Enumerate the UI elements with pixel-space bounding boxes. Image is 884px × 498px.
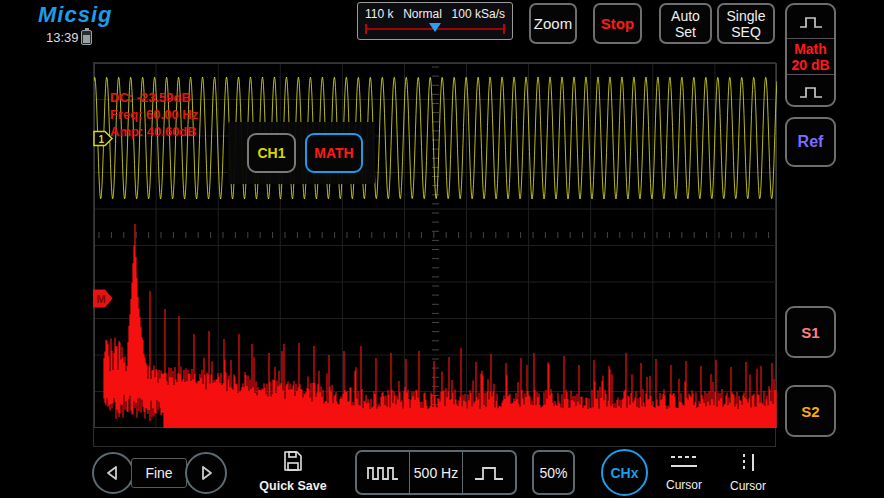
math-marker-label: M xyxy=(97,293,106,305)
trigger-level-button[interactable]: 50% xyxy=(532,450,575,495)
math-position-marker[interactable]: M xyxy=(93,289,114,308)
pulse-icon xyxy=(796,83,826,101)
s1-button[interactable]: S1 xyxy=(785,306,836,358)
measurement-dc: DC: -23.59dB xyxy=(110,89,198,106)
floppy-disk-icon xyxy=(281,449,305,473)
chx-button[interactable]: CHx xyxy=(601,449,648,496)
ch1-select-button[interactable]: CH1 xyxy=(247,133,296,173)
trigger-mode: Normal xyxy=(403,7,442,21)
micsig-logo: Micsig xyxy=(38,2,112,28)
fine-adjust-toggle[interactable]: Fine xyxy=(131,458,187,488)
trigger-position-icon[interactable] xyxy=(429,23,441,32)
multi-pulse-icon xyxy=(365,461,401,485)
arrow-left-icon xyxy=(103,463,123,483)
channel-select-popup: CH1 MATH xyxy=(228,122,375,184)
clock: 13:39 xyxy=(46,30,79,45)
pulse-down-button[interactable] xyxy=(787,76,834,108)
horizontal-cursor-icon xyxy=(669,453,699,471)
math-scale-group: Math 20 dB xyxy=(785,3,836,107)
math-select-button[interactable]: MATH xyxy=(305,133,363,173)
ch1-marker-label: 1 xyxy=(99,134,105,145)
stop-button[interactable]: Stop xyxy=(593,3,642,44)
ch1-position-marker[interactable]: 1 xyxy=(93,130,114,147)
pulse-up-button[interactable] xyxy=(787,5,834,38)
oscilloscope-screen: Micsig 13:39 110 k Normal 100 kSa/s Zoom… xyxy=(0,0,884,498)
coarse-right-button[interactable] xyxy=(185,452,227,494)
waveform-display[interactable]: DC: -23.59dB Freq: 60.00 Hz Amp: 40.60dB… xyxy=(93,62,776,447)
pulse-frequency-group: 500 Hz xyxy=(355,450,517,495)
sample-rate: 100 kSa/s xyxy=(452,7,505,21)
ref-button[interactable]: Ref xyxy=(785,117,836,167)
zoom-button[interactable]: Zoom xyxy=(529,3,577,44)
single-seq-button[interactable]: Single SEQ xyxy=(717,3,775,44)
memory-depth: 110 k xyxy=(365,7,393,21)
single-pulse-icon xyxy=(471,461,507,485)
auto-set-button[interactable]: Auto Set xyxy=(659,3,712,44)
math-scale-indicator[interactable]: Math 20 dB xyxy=(787,38,834,75)
measurement-readout: DC: -23.59dB Freq: 60.00 Hz Amp: 40.60dB xyxy=(110,89,198,140)
quick-save-button[interactable]: Quick Save xyxy=(252,449,334,493)
single-pulse-button[interactable] xyxy=(462,452,515,493)
trigger-status-panel[interactable]: 110 k Normal 100 kSa/s xyxy=(357,2,513,40)
coarse-left-button[interactable] xyxy=(92,452,134,494)
arrow-right-icon xyxy=(196,463,216,483)
battery-icon xyxy=(81,30,92,45)
vertical-cursor-button[interactable]: Cursor xyxy=(724,453,772,493)
pulse-icon xyxy=(796,13,826,31)
vertical-cursor-icon xyxy=(737,453,759,472)
measurement-freq: Freq: 60.00 Hz xyxy=(110,106,198,123)
horizontal-cursor-button[interactable]: Cursor xyxy=(660,453,708,492)
multi-pulse-button[interactable] xyxy=(357,452,409,493)
s2-button[interactable]: S2 xyxy=(785,385,836,437)
pulse-frequency-value[interactable]: 500 Hz xyxy=(409,452,462,493)
measurement-amp: Amp: 40.60dB xyxy=(110,123,198,140)
